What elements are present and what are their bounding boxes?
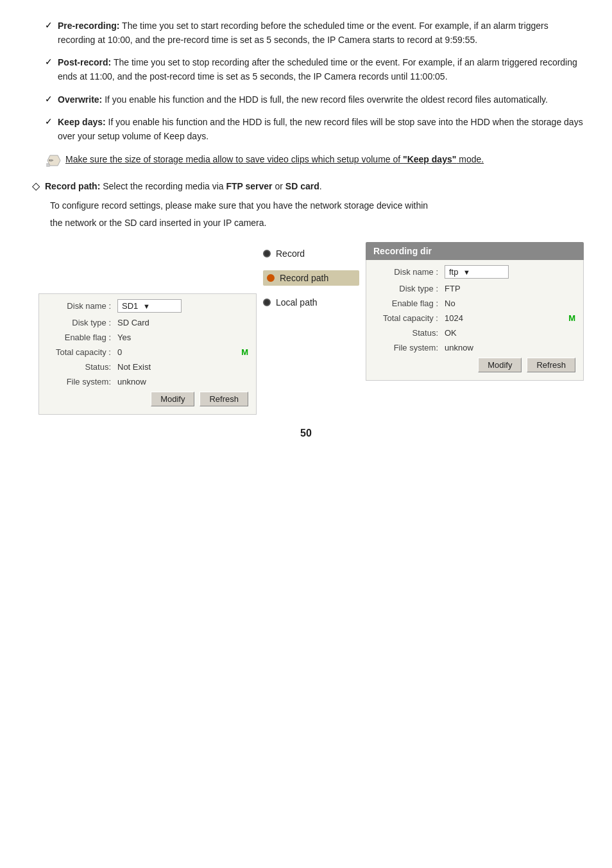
- overwrite-label: Overwrite:: [58, 94, 102, 105]
- right-status-value: OK: [445, 328, 457, 338]
- left-refresh-button[interactable]: Refresh: [200, 392, 248, 406]
- left-disk-name-label: Disk name :: [47, 301, 117, 311]
- left-disk-type-value: SD Card: [117, 318, 149, 327]
- left-disk-name-select-wrap[interactable]: SD1 ▼: [117, 299, 182, 313]
- bullet-pre-recording: ✓ Pre-recording: The time you set to sta…: [38, 19, 586, 47]
- right-filesystem-value: unknow: [445, 343, 473, 352]
- left-status-label: Status:: [47, 362, 117, 372]
- right-filesystem-label: File system:: [374, 343, 445, 352]
- record-path-title-text: Select the recording media via: [103, 181, 226, 191]
- left-status-value: Not Exist: [117, 362, 151, 372]
- right-modify-button[interactable]: Modify: [478, 358, 522, 372]
- right-disk-name-dropdown[interactable]: ftp ▼: [445, 265, 509, 279]
- right-btn-row: Modify Refresh: [374, 358, 575, 372]
- right-disk-name-row: Disk name : ftp ▼: [374, 265, 575, 279]
- right-refresh-button[interactable]: Refresh: [527, 358, 575, 372]
- bullet-keep-days: ✓ Keep days: If you enable his function …: [38, 116, 586, 143]
- left-status-row: Status: Not Exist: [47, 362, 248, 372]
- left-total-capacity-row: Total capacity : 0 M: [47, 347, 248, 357]
- right-status-label: Status:: [374, 328, 445, 338]
- right-total-capacity-row: Total capacity : 1024 M: [374, 313, 575, 323]
- record-path-label: Record path:: [45, 181, 100, 191]
- right-total-capacity-value: 1024: [445, 313, 566, 323]
- right-dropdown-arrow-icon: ▼: [463, 268, 470, 276]
- menu-label-record-path: Record path: [280, 273, 328, 283]
- left-filesystem-label: File system:: [47, 377, 117, 386]
- overwrite-text: If you enable his function and the HDD i…: [105, 94, 548, 105]
- right-total-capacity-label: Total capacity :: [374, 313, 445, 323]
- right-disk-type-row: Disk type : FTP: [374, 284, 575, 293]
- left-enable-flag-label: Enable flag :: [47, 333, 117, 342]
- check-icon-overwrite: ✓: [45, 94, 53, 104]
- check-icon-post: ✓: [45, 56, 53, 67]
- record-path-desc2: the network or the SD card inserted in y…: [32, 216, 586, 230]
- left-total-capacity-value: 0: [117, 347, 239, 357]
- right-total-unit: M: [568, 313, 575, 323]
- record-path-section: ◇ Record path: Select the recording medi…: [26, 180, 586, 230]
- post-record-label: Post-record:: [58, 57, 111, 67]
- pre-recording-label: Pre-recording:: [58, 21, 119, 31]
- right-disk-name-select-wrap[interactable]: ftp ▼: [445, 265, 509, 279]
- note-text-before: Make sure the size of storage media allo…: [65, 154, 403, 164]
- radio-record[interactable]: [263, 250, 271, 257]
- left-panel: Disk name : SD1 ▼ Disk type : SD Card: [38, 293, 257, 415]
- post-record-text: The time you set to stop recording after…: [58, 57, 577, 82]
- diamond-icon: ◇: [32, 180, 40, 192]
- page-content: ✓ Pre-recording: The time you set to sta…: [26, 19, 586, 439]
- left-disk-type-label: Disk type :: [47, 318, 117, 327]
- or-text: or: [273, 181, 285, 191]
- right-enable-flag-label: Enable flag :: [374, 299, 445, 308]
- check-icon-keep: ✓: [45, 116, 53, 126]
- left-total-capacity-label: Total capacity :: [47, 347, 117, 357]
- pre-recording-text: The time you set to start recording befo…: [58, 21, 548, 45]
- right-disk-name-label: Disk name :: [374, 267, 445, 277]
- ftp-label: FTP server: [226, 181, 272, 191]
- record-path-desc1: To configure record settings, please mak…: [32, 199, 586, 213]
- radio-local-path[interactable]: [263, 299, 271, 306]
- radio-record-path[interactable]: [267, 274, 275, 282]
- menu-label-record: Record: [276, 248, 305, 259]
- page-number: 50: [26, 428, 586, 439]
- keep-days-label: Keep days:: [58, 117, 106, 127]
- left-btn-row: Modify Refresh: [47, 392, 248, 406]
- menu-label-local-path: Local path: [276, 297, 318, 308]
- left-disk-name-dropdown[interactable]: SD1 ▼: [117, 299, 182, 313]
- note-text-after: mode.: [456, 154, 484, 164]
- left-filesystem-row: File system: unknow: [47, 377, 248, 386]
- left-disk-name-value: SD1: [122, 301, 138, 311]
- right-panel-body: Disk name : ftp ▼ Disk type : FTP Enab: [366, 260, 584, 381]
- bullet-section: ✓ Pre-recording: The time you set to sta…: [26, 19, 586, 144]
- left-disk-type-row: Disk type : SD Card: [47, 318, 248, 327]
- left-modify-button[interactable]: Modify: [151, 392, 194, 406]
- menu-column: Record Record path Local path: [263, 242, 359, 415]
- svg-text:✏: ✏: [49, 157, 54, 164]
- pencil-icon: ✏: [45, 153, 63, 168]
- dropdown-arrow-icon: ▼: [143, 302, 150, 310]
- sd-label: SD card: [285, 181, 319, 191]
- bullet-post-record: ✓ Post-record: The time you set to stop …: [38, 56, 586, 83]
- left-panel-body: Disk name : SD1 ▼ Disk type : SD Card: [38, 293, 257, 415]
- note-section: ✏ Make sure the size of storage media al…: [38, 153, 586, 168]
- right-panel: Recording dir Disk name : ftp ▼ Disk typ…: [366, 242, 584, 415]
- check-icon-pre: ✓: [45, 20, 53, 30]
- bullet-overwrite: ✓ Overwrite: If you enable his function …: [38, 93, 586, 107]
- right-status-row: Status: OK: [374, 328, 575, 338]
- left-filesystem-value: unknow: [117, 377, 146, 386]
- right-panel-header: Recording dir: [366, 242, 584, 260]
- record-path-title: ◇ Record path: Select the recording medi…: [32, 180, 586, 194]
- right-disk-name-value: ftp: [449, 267, 458, 277]
- menu-item-record-path[interactable]: Record path: [263, 270, 359, 286]
- left-disk-name-row: Disk name : SD1 ▼: [47, 299, 248, 313]
- right-enable-flag-row: Enable flag : No: [374, 299, 575, 308]
- right-disk-type-label: Disk type :: [374, 284, 445, 293]
- right-filesystem-row: File system: unknow: [374, 343, 575, 352]
- panels-area: Disk name : SD1 ▼ Disk type : SD Card: [26, 242, 586, 415]
- left-enable-flag-value: Yes: [117, 333, 131, 342]
- right-enable-flag-value: No: [445, 299, 455, 308]
- note-text-bold: "Keep days": [403, 154, 456, 164]
- right-disk-type-value: FTP: [445, 284, 461, 293]
- menu-item-local-path[interactable]: Local path: [263, 297, 359, 308]
- menu-item-record[interactable]: Record: [263, 248, 359, 259]
- keep-days-text: If you enable his function and the HDD i…: [58, 117, 583, 141]
- left-total-unit: M: [241, 347, 248, 357]
